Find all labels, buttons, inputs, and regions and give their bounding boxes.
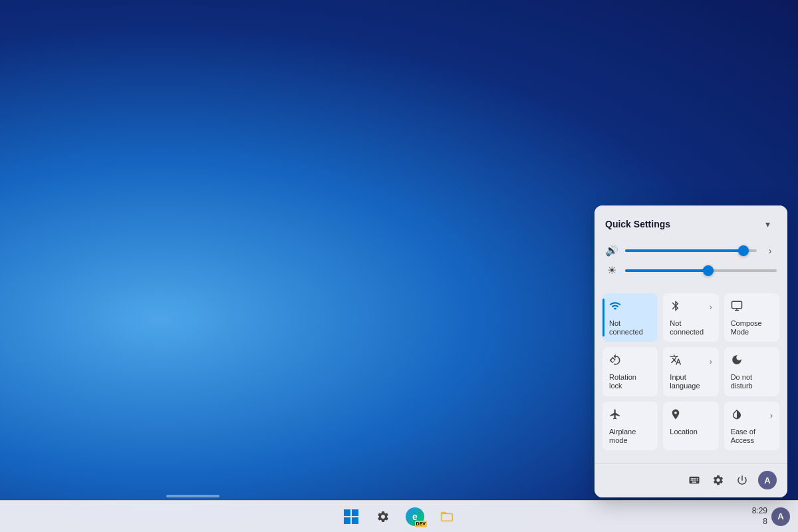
volume-track (625, 249, 757, 252)
tiles-row-1: Not connected › Not connected (602, 293, 779, 342)
tile-wifi-header (609, 300, 651, 315)
tile-compose-mode[interactable]: Compose Mode (724, 293, 779, 342)
taskbar-clock[interactable]: 8:29 8 (752, 506, 767, 527)
tiles-row-3: Airplane mode Location (602, 402, 779, 450)
tile-rotation-lock[interactable]: Rotation lock (602, 347, 658, 396)
tile-airplane-label: Airplane mode (609, 428, 651, 445)
tile-ease-label: Ease of Access (731, 428, 773, 445)
volume-icon: 🔊 (605, 244, 618, 257)
volume-row: 🔊 › (605, 244, 777, 257)
tile-dnd-header (731, 354, 773, 369)
windows-start-button[interactable] (338, 503, 364, 530)
svg-rect-0 (732, 301, 741, 309)
tile-location[interactable]: Location (663, 402, 718, 450)
tile-location-label: Location (670, 428, 698, 436)
settings-bottom-icon[interactable] (708, 469, 729, 491)
taskbar-file-explorer-button[interactable] (434, 503, 460, 530)
brightness-fill (625, 269, 708, 272)
input-language-icon (670, 354, 682, 369)
compose-mode-icon (731, 300, 743, 315)
tile-compose-header (731, 300, 773, 315)
desktop: Quick Settings ▾ 🔊 › ☀ (0, 0, 798, 532)
input-language-arrow[interactable]: › (710, 357, 712, 366)
tile-bluetooth[interactable]: › Not connected (663, 293, 718, 342)
keyboard-bottom-icon[interactable] (684, 469, 705, 491)
tile-input-label: Input language (670, 373, 712, 390)
scroll-indicator (166, 495, 219, 497)
tiles-row-2: Rotation lock › Input language (602, 347, 779, 396)
taskbar-date: 8 (752, 517, 767, 527)
bluetooth-arrow[interactable]: › (710, 303, 712, 312)
svg-rect-4 (352, 509, 358, 516)
quick-settings-header: Quick Settings ▾ (595, 205, 787, 240)
taskbar-right: 8:29 8 A (752, 506, 798, 527)
quick-settings-bottom: A (595, 464, 787, 497)
tile-airplane-mode[interactable]: Airplane mode (602, 402, 658, 450)
taskbar-settings-button[interactable] (370, 503, 396, 530)
airplane-mode-icon (609, 408, 621, 424)
volume-slider[interactable] (625, 244, 757, 257)
quick-settings-panel: Quick Settings ▾ 🔊 › ☀ (595, 205, 787, 497)
quick-settings-tiles: Not connected › Not connected (595, 291, 787, 464)
tile-input-language[interactable]: › Input language (663, 347, 718, 396)
quick-settings-title: Quick Settings (605, 219, 670, 229)
tile-location-header (670, 408, 712, 424)
taskbar: e DEV 8:29 8 A (0, 500, 798, 532)
brightness-thumb[interactable] (703, 265, 714, 276)
quick-settings-avatar[interactable]: A (758, 471, 777, 489)
location-icon (670, 408, 682, 424)
bluetooth-icon (670, 300, 682, 315)
tile-bluetooth-label: Not connected (670, 319, 712, 336)
volume-arrow[interactable]: › (763, 245, 777, 256)
brightness-row: ☀ (605, 264, 777, 277)
tile-input-header: › (670, 354, 712, 369)
rotation-lock-icon (609, 354, 621, 369)
tile-rotation-label: Rotation lock (609, 373, 651, 390)
taskbar-edge-button[interactable]: e DEV (402, 503, 428, 530)
tile-rotation-header (609, 354, 651, 369)
tile-do-not-disturb[interactable]: Do not disturb (724, 347, 779, 396)
taskbar-time: 8:29 (752, 506, 767, 517)
quick-settings-sliders: 🔊 › ☀ (595, 240, 787, 291)
tile-dnd-label: Do not disturb (731, 373, 773, 390)
tile-wifi-label: Not connected (609, 319, 651, 336)
taskbar-avatar[interactable]: A (771, 507, 790, 526)
brightness-slider[interactable] (625, 264, 777, 277)
tile-active-bar (602, 299, 604, 336)
svg-rect-6 (352, 517, 358, 524)
edge-icon: e DEV (406, 507, 424, 526)
svg-rect-5 (344, 517, 350, 524)
volume-fill (625, 249, 743, 252)
tile-ease-header: › (731, 408, 773, 424)
quick-settings-collapse-button[interactable]: ▾ (758, 215, 777, 233)
edge-dev-badge: DEV (415, 521, 427, 527)
tile-ease-of-access[interactable]: › Ease of Access (724, 402, 779, 450)
ease-of-access-arrow[interactable]: › (770, 411, 773, 420)
svg-rect-3 (344, 509, 350, 516)
tile-airplane-header (609, 408, 651, 424)
tile-bluetooth-header: › (670, 300, 712, 315)
brightness-track (625, 269, 777, 272)
tile-wifi[interactable]: Not connected (602, 293, 658, 342)
do-not-disturb-icon (731, 354, 743, 369)
tile-compose-label: Compose Mode (731, 319, 773, 336)
taskbar-center: e DEV (338, 503, 460, 530)
wifi-icon (609, 300, 621, 315)
volume-thumb[interactable] (738, 245, 749, 256)
power-bottom-icon[interactable] (732, 469, 753, 491)
brightness-icon: ☀ (605, 264, 618, 277)
ease-of-access-icon (731, 408, 743, 424)
